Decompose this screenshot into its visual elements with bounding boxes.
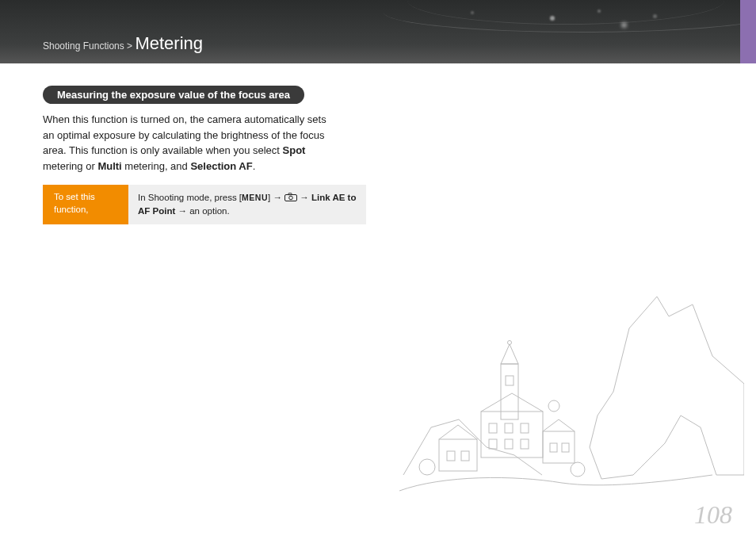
svg-point-4: [508, 341, 512, 345]
svg-rect-12: [521, 439, 529, 449]
breadcrumb-section: Shooting Functions: [43, 40, 124, 52]
svg-rect-13: [439, 439, 477, 471]
svg-rect-6: [481, 412, 543, 458]
svg-rect-9: [521, 423, 529, 433]
header-decoration: [344, 0, 740, 63]
instruction-label: To set this function,: [43, 185, 128, 224]
svg-rect-11: [505, 439, 513, 449]
svg-point-2: [289, 196, 293, 200]
svg-rect-17: [550, 443, 557, 452]
svg-rect-16: [543, 431, 575, 463]
svg-rect-10: [489, 439, 497, 449]
instruction-box: To set this function, In Shooting mode, …: [43, 185, 366, 224]
page-header: Shooting Functions > Metering: [0, 0, 756, 63]
svg-rect-0: [285, 194, 297, 201]
svg-point-21: [548, 400, 559, 412]
svg-rect-7: [489, 423, 497, 433]
svg-point-19: [419, 459, 435, 475]
svg-rect-1: [288, 193, 292, 194]
page-number: 108: [694, 500, 732, 530]
breadcrumb-sep: >: [124, 40, 136, 52]
page-title: Metering: [135, 33, 203, 53]
instruction-body: In Shooting mode, press [MENU] → → Link …: [128, 185, 366, 224]
svg-point-20: [571, 462, 585, 477]
menu-icon: MENU: [242, 193, 268, 202]
decorative-illustration: [395, 289, 744, 519]
svg-rect-15: [461, 451, 469, 461]
svg-rect-8: [505, 423, 513, 433]
section-heading: Measuring the exposure value of the focu…: [43, 86, 304, 104]
breadcrumb: Shooting Functions > Metering: [43, 33, 203, 63]
svg-rect-14: [447, 451, 455, 461]
svg-rect-3: [501, 364, 518, 419]
camera-icon: [284, 192, 297, 205]
svg-rect-18: [562, 443, 569, 452]
main-content: Measuring the exposure value of the focu…: [0, 63, 380, 247]
svg-rect-5: [506, 376, 514, 385]
section-paragraph: When this function is turned on, the cam…: [43, 112, 338, 174]
